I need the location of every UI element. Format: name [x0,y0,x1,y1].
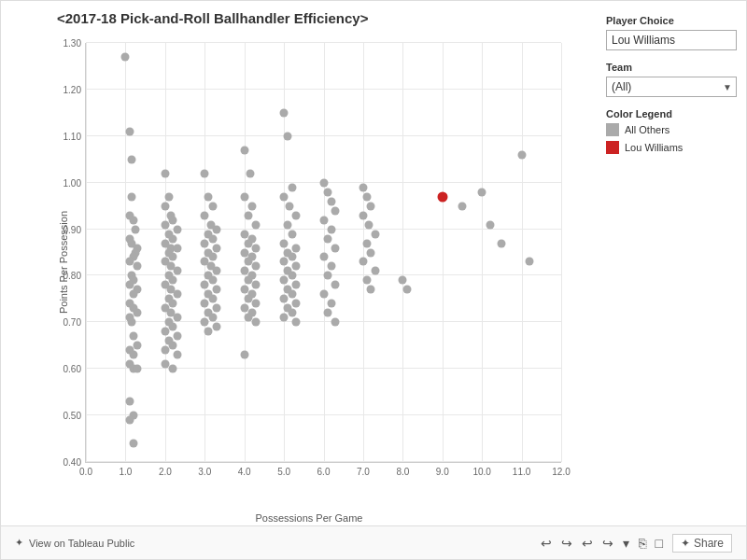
undo2-icon[interactable]: ↩ [582,536,593,551]
legend-swatch-others [606,123,619,136]
data-dot [161,346,169,355]
grid-line-v [561,43,562,462]
y-tick-label: 0.90 [63,224,81,234]
y-tick-label: 0.40 [63,457,81,468]
data-dot [212,323,220,331]
data-dot [201,318,209,327]
right-panel: Player Choice Team (All)ATLBOSBKNCHACHIC… [597,1,746,525]
data-dot [212,304,220,313]
data-dot [161,328,169,336]
share-button[interactable]: ✦ Share [672,534,732,553]
grid-line-v [443,43,444,462]
y-tick-label: 0.80 [63,271,81,281]
data-dot [252,262,261,271]
x-tick-label: 1.0 [119,467,132,477]
x-tick-label: 4.0 [238,467,251,477]
data-dot [127,155,135,163]
y-tick-label: 0.60 [63,364,81,374]
legend-label-highlight: Lou Williams [625,142,683,153]
data-dot [284,132,292,140]
legend-section: Color Legend All Others Lou Williams [606,108,737,154]
data-dot [173,225,181,233]
data-dot [201,300,209,308]
data-dot [212,286,220,294]
data-dot [284,220,292,229]
data-dot [252,244,261,252]
data-dot [363,239,372,247]
data-dot [134,342,142,350]
data-dot [132,225,140,233]
y-tick-label: 0.50 [63,411,81,421]
undo-icon[interactable]: ↩ [541,536,552,551]
data-dot [208,234,217,243]
y-tick-label: 0.70 [63,317,81,328]
data-dot [367,202,375,210]
footer: ✦ View on Tableau Public ↩ ↪ ↩ ↪ ▾ ⎘ □ ✦… [1,525,746,559]
data-dot [161,220,169,229]
data-dot [280,108,289,117]
chevron-icon[interactable]: ▾ [623,536,629,551]
x-tick-label: 11.0 [513,467,530,477]
data-dot [173,244,181,252]
data-dot [125,127,134,135]
color-legend: All Others Lou Williams [606,123,737,154]
data-dot [134,365,142,373]
data-dot [331,281,340,289]
data-dot [291,318,300,327]
data-dot [208,314,217,322]
data-dot [517,150,526,159]
y-tick-label: 1.20 [63,84,81,94]
data-dot [327,262,335,271]
data-dot [161,169,169,177]
x-tick-label: 5.0 [277,467,290,477]
data-dot [288,290,296,299]
player-choice-input[interactable] [606,30,737,50]
tableau-link[interactable]: View on Tableau Public [29,538,134,549]
data-dot [208,202,217,210]
data-dot [125,416,134,425]
data-dot [134,262,142,271]
tableau-star-icon: ✦ [15,537,23,549]
data-dot [252,318,261,327]
data-dot [365,220,374,229]
team-select[interactable]: (All)ATLBOSBKNCHACHICLEDALDENDETGSWHOUIN… [606,77,737,97]
data-dot [402,286,411,294]
data-dot [252,300,261,308]
data-dot [288,253,296,261]
data-dot [319,290,328,299]
data-dot [240,192,248,201]
data-dot [201,239,209,247]
data-dot [367,286,375,294]
data-dot [498,239,506,247]
legend-swatch-highlight [606,141,619,154]
data-dot [173,332,181,341]
plot-area: 0.400.500.600.700.800.901.001.101.201.30… [85,43,561,463]
download-icon[interactable]: ⎘ [639,536,646,551]
share-icon: ✦ [681,537,690,550]
data-dot [327,225,335,233]
data-dot [323,234,331,243]
data-dot [280,239,289,247]
data-dot [165,192,174,201]
data-dot [212,244,220,252]
footer-left[interactable]: ✦ View on Tableau Public [15,537,134,549]
data-dot [201,281,209,289]
data-dot [280,258,289,266]
redo-icon[interactable]: ↪ [561,536,572,551]
data-dot [291,281,300,289]
data-dot [204,328,213,336]
data-dot [291,211,300,219]
data-dot [169,323,177,331]
data-dot [291,262,300,271]
y-tick-label: 1.00 [63,177,81,188]
data-dot [240,351,248,359]
share-label: Share [694,537,724,550]
redo2-icon[interactable]: ↪ [602,536,613,551]
data-dot [173,351,181,359]
data-dot [212,267,220,275]
team-select-wrapper: (All)ATLBOSBKNCHACHICLEDALDENDETGSWHOUIN… [606,77,737,97]
fullscreen-icon[interactable]: □ [655,536,663,551]
data-dot [125,398,134,406]
data-dot [371,267,379,275]
data-dot [331,244,340,252]
